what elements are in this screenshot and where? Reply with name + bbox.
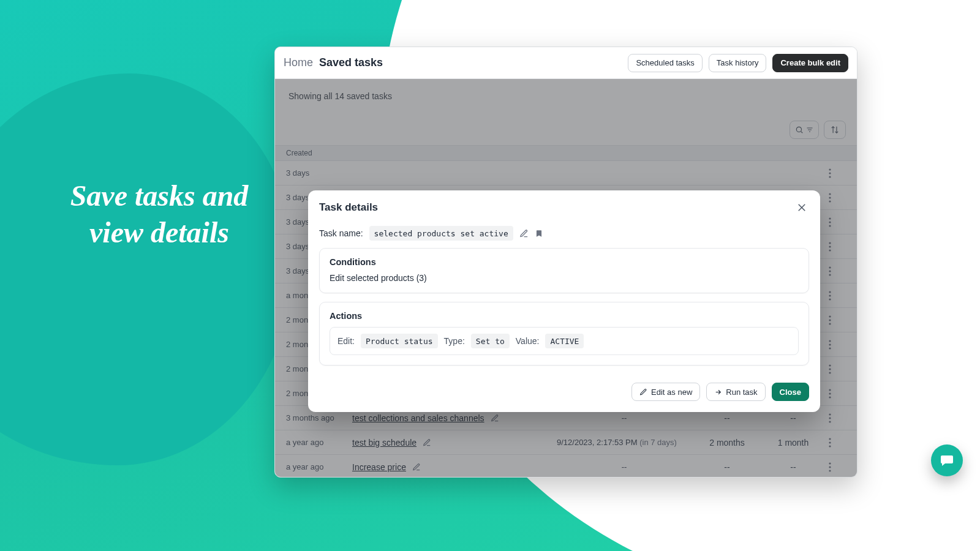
task-details-modal: Task details Task name: selected product… (308, 190, 820, 412)
modal-body: Task name: selected products set active … (308, 220, 820, 365)
edit-task-name-button[interactable] (519, 229, 529, 238)
bookmark-task-button[interactable] (535, 229, 543, 238)
action-value-value: ACTIVE (545, 334, 584, 348)
conditions-line: Edit selected products (3) (330, 273, 799, 283)
scheduled-tasks-button[interactable]: Scheduled tasks (628, 54, 702, 72)
modal-footer: Edit as new Run task Close (308, 374, 820, 412)
pencil-icon (519, 229, 529, 238)
breadcrumb-home[interactable]: Home (284, 56, 313, 69)
action-edit-label: Edit: (337, 336, 355, 346)
app-body: Showing all 14 saved tasks Created 3 day… (275, 79, 857, 477)
actions-title: Actions (330, 311, 799, 321)
action-row: Edit: Product status Type: Set to Value:… (330, 327, 799, 355)
action-value-label: Value: (516, 336, 540, 346)
create-bulk-edit-button[interactable]: Create bulk edit (772, 54, 848, 72)
run-task-button[interactable]: Run task (706, 383, 765, 401)
breadcrumb: Home Saved tasks (284, 56, 383, 69)
task-history-button[interactable]: Task history (709, 54, 767, 72)
breadcrumb-current: Saved tasks (319, 56, 383, 69)
actions-card: Actions Edit: Product status Type: Set t… (319, 302, 809, 365)
run-task-label: Run task (726, 388, 757, 397)
conditions-title: Conditions (330, 257, 799, 267)
conditions-card: Conditions Edit selected products (3) (319, 248, 809, 293)
edit-as-new-label: Edit as new (651, 388, 692, 397)
task-name-label: Task name: (319, 228, 363, 238)
header-actions: Scheduled tasks Task history Create bulk… (628, 54, 848, 72)
app-header: Home Saved tasks Scheduled tasks Task hi… (275, 47, 857, 79)
modal-close-button[interactable] (794, 200, 809, 215)
task-name-value: selected products set active (369, 226, 513, 241)
modal-header: Task details (308, 190, 820, 220)
modal-title: Task details (319, 201, 378, 214)
bookmark-icon (535, 229, 543, 238)
close-icon (796, 202, 807, 213)
close-button[interactable]: Close (772, 383, 809, 401)
action-type-value: Set to (471, 334, 510, 348)
chat-fab[interactable] (931, 444, 963, 476)
action-edit-value: Product status (361, 334, 438, 348)
pencil-icon (639, 388, 647, 396)
hero-headline: Save tasks and view details (49, 178, 270, 251)
edit-as-new-button[interactable]: Edit as new (631, 383, 700, 401)
chat-icon (940, 453, 954, 468)
action-type-label: Type: (444, 336, 465, 346)
task-name-row: Task name: selected products set active (319, 226, 809, 241)
arrow-icon (714, 388, 722, 396)
app-window: Home Saved tasks Scheduled tasks Task hi… (274, 47, 858, 478)
